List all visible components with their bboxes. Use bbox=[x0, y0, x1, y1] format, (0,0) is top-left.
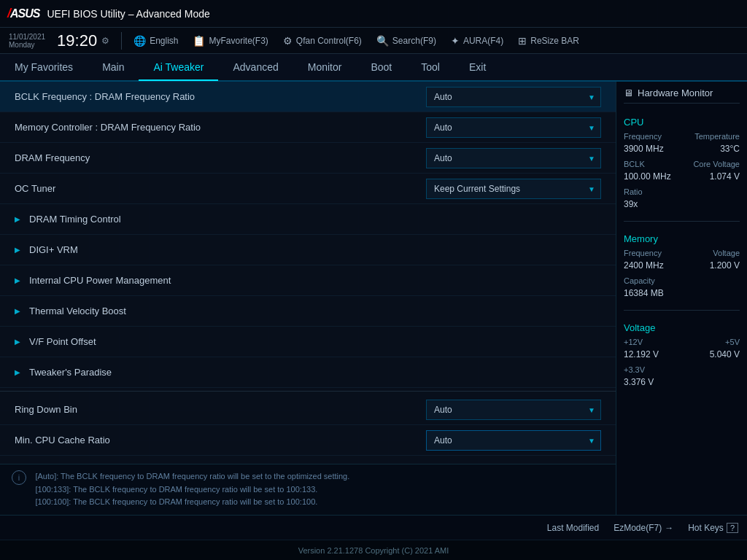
globe-icon: 🌐 bbox=[133, 35, 146, 47]
cpu-cache-select-wrapper: Auto 8 10 12 ▼ bbox=[426, 430, 601, 451]
cpu-cache-label: Min. CPU Cache Ratio bbox=[15, 435, 426, 446]
hw-monitor-title: 🖥 Hardware Monitor bbox=[624, 88, 740, 104]
resize-btn[interactable]: ⊞ ReSize BAR bbox=[518, 35, 579, 47]
setting-cpu-cache[interactable]: Min. CPU Cache Ratio Auto 8 10 12 ▼ bbox=[0, 425, 616, 456]
myfavorite-label: MyFavorite(F3) bbox=[209, 36, 268, 46]
nav-boot[interactable]: Boot bbox=[356, 55, 406, 81]
info-line-2: [100:133]: The BCLK frequency to DRAM fr… bbox=[35, 485, 317, 494]
mem-ctrl-label: Memory Controller : DRAM Frequency Ratio bbox=[15, 122, 426, 133]
resize-label: ReSize BAR bbox=[530, 36, 579, 46]
oc-tuner-value: Keep Current Settings OC Tuner I OC Tune… bbox=[426, 179, 601, 199]
hw-cpu-freq-value-row: 3900 MHz 33°C bbox=[624, 144, 740, 154]
hw-bclk-value: 100.00 MHz bbox=[624, 171, 671, 182]
nav-tool[interactable]: Tool bbox=[406, 55, 454, 81]
hot-keys-label: Hot Keys bbox=[688, 523, 724, 533]
hot-keys-btn[interactable]: Hot Keys ? bbox=[688, 523, 738, 533]
hw-divider-1 bbox=[624, 221, 740, 222]
expand-vf-offset[interactable]: ▶ V/F Point Offset bbox=[0, 327, 616, 357]
info-line-3: [100:100]: The BCLK frequency to DRAM fr… bbox=[35, 497, 317, 506]
expand-cpu-power[interactable]: ▶ Internal CPU Power Management bbox=[0, 265, 616, 296]
divider-1 bbox=[121, 32, 122, 50]
hw-bclk-label: BCLK bbox=[624, 160, 645, 168]
expand-digi-vrm-label: DIGI+ VRM bbox=[29, 244, 78, 255]
nav-monitor[interactable]: Monitor bbox=[293, 55, 357, 81]
expand-icon-6: ▶ bbox=[15, 368, 20, 376]
aura-btn[interactable]: ✦ AURA(F4) bbox=[451, 35, 503, 47]
setting-bclk-freq[interactable]: BCLK Frequency : DRAM Frequency Ratio Au… bbox=[0, 82, 616, 112]
myfavorite-btn[interactable]: 📋 MyFavorite(F3) bbox=[193, 35, 268, 47]
section-divider bbox=[0, 391, 616, 392]
hw-ratio-row: Ratio bbox=[624, 187, 740, 196]
ring-down-label: Ring Down Bin bbox=[15, 404, 426, 415]
aura-label: AURA(F4) bbox=[463, 36, 503, 46]
cpu-cache-select[interactable]: Auto 8 10 12 bbox=[426, 430, 601, 451]
nav-my-favorites[interactable]: My Favorites bbox=[0, 55, 88, 81]
language-label: English bbox=[150, 36, 178, 46]
aura-icon: ✦ bbox=[451, 35, 460, 47]
hw-voltage-label: Core Voltage bbox=[693, 160, 740, 168]
hw-ratio-label: Ratio bbox=[624, 187, 643, 196]
dram-freq-label: DRAM Frequency bbox=[15, 152, 426, 163]
nav-exit[interactable]: Exit bbox=[454, 55, 500, 81]
bclk-freq-label: BCLK Frequency : DRAM Frequency Ratio bbox=[15, 91, 426, 102]
info-text: [Auto]: The BCLK frequency to DRAM frequ… bbox=[35, 470, 602, 509]
hw-cpu-temp-value: 33°C bbox=[720, 144, 740, 154]
fan-icon: ⚙ bbox=[283, 35, 293, 47]
nav-ai-tweaker[interactable]: Ai Tweaker bbox=[139, 55, 218, 81]
nav-advanced[interactable]: Advanced bbox=[218, 55, 293, 81]
nav-main[interactable]: Main bbox=[88, 55, 139, 81]
expand-thermal-label: Thermal Velocity Boost bbox=[29, 306, 126, 316]
mem-ctrl-select[interactable]: Auto 1:1 1:2 bbox=[426, 117, 601, 138]
nav-bar: My Favorites Main Ai Tweaker Advanced Mo… bbox=[0, 54, 747, 82]
language-selector[interactable]: 🌐 English bbox=[133, 35, 178, 47]
expand-icon-5: ▶ bbox=[15, 338, 20, 346]
hw-bclk-value-row: 100.00 MHz 1.074 V bbox=[624, 171, 740, 182]
hw-v12-value: 12.192 V bbox=[624, 349, 659, 359]
hw-cpu-temp-label: Temperature bbox=[694, 132, 740, 141]
dram-freq-select[interactable]: Auto DDR4-2133 DDR4-2400 DDR4-2666 DDR4-… bbox=[426, 148, 601, 168]
header-bar: /ASUS UEFI BIOS Utility – Advanced Mode bbox=[0, 0, 747, 28]
oc-tuner-select[interactable]: Keep Current Settings OC Tuner I OC Tune… bbox=[426, 179, 601, 199]
ez-mode-label: EzMode(F7) bbox=[614, 523, 662, 533]
hw-capacity-value: 16384 MB bbox=[624, 288, 664, 298]
setting-ring-down[interactable]: Ring Down Bin Auto Enabled Disabled ▼ bbox=[0, 394, 616, 425]
hw-v33-value: 3.376 V bbox=[624, 377, 654, 387]
expand-vf-label: V/F Point Offset bbox=[29, 336, 96, 347]
expand-cpu-power-label: Internal CPU Power Management bbox=[29, 275, 171, 286]
hw-divider-2 bbox=[624, 310, 740, 311]
settings-icon[interactable]: ⚙ bbox=[101, 36, 109, 46]
setting-oc-tuner[interactable]: OC Tuner Keep Current Settings OC Tuner … bbox=[0, 174, 616, 204]
bclk-freq-select-wrapper: Auto 100:133 100:100 ▼ bbox=[426, 87, 601, 107]
logo-area: /ASUS bbox=[7, 6, 39, 21]
ring-down-select[interactable]: Auto Enabled Disabled bbox=[426, 400, 601, 420]
expand-tweaker[interactable]: ▶ Tweaker's Paradise bbox=[0, 357, 616, 388]
bottom-bar: Last Modified EzMode(F7) → Hot Keys ? bbox=[0, 515, 747, 540]
expand-dram-timing[interactable]: ▶ DRAM Timing Control bbox=[0, 204, 616, 235]
bclk-freq-select[interactable]: Auto 100:133 100:100 bbox=[426, 87, 601, 107]
settings-list: BCLK Frequency : DRAM Frequency Ratio Au… bbox=[0, 82, 616, 464]
ez-mode-btn[interactable]: EzMode(F7) → bbox=[614, 523, 673, 533]
search-label: Search(F9) bbox=[392, 36, 436, 46]
hw-cpu-bclk-row: BCLK Core Voltage bbox=[624, 160, 740, 168]
expand-thermal[interactable]: ▶ Thermal Velocity Boost bbox=[0, 296, 616, 327]
search-icon: 🔍 bbox=[376, 35, 389, 47]
hw-mem-freq-row: Frequency Voltage bbox=[624, 249, 740, 257]
hw-cpu-freq-value: 3900 MHz bbox=[624, 144, 664, 154]
hw-cpu-freq-label: Frequency bbox=[624, 132, 662, 141]
monitor-icon: 🖥 bbox=[624, 88, 633, 98]
expand-digi-vrm[interactable]: ▶ DIGI+ VRM bbox=[0, 235, 616, 265]
search-btn[interactable]: 🔍 Search(F9) bbox=[376, 35, 436, 47]
hw-voltage-section: Voltage bbox=[624, 322, 740, 333]
last-modified-btn[interactable]: Last Modified bbox=[547, 523, 599, 533]
time-display: 19:20 bbox=[57, 33, 97, 49]
hw-v33-label: +3.3V bbox=[624, 365, 645, 374]
version-bar: Version 2.21.1278 Copyright (C) 2021 AMI bbox=[0, 540, 747, 560]
qfan-btn[interactable]: ⚙ Qfan Control(F6) bbox=[283, 35, 362, 47]
hw-mem-freq-label: Frequency bbox=[624, 249, 662, 257]
setting-dram-freq[interactable]: DRAM Frequency Auto DDR4-2133 DDR4-2400 … bbox=[0, 143, 616, 174]
hw-v5-value: 5.040 V bbox=[710, 349, 740, 359]
hw-capacity-row: Capacity bbox=[624, 276, 740, 285]
version-text: Version 2.21.1278 Copyright (C) 2021 AMI bbox=[298, 546, 449, 555]
setting-mem-ctrl[interactable]: Memory Controller : DRAM Frequency Ratio… bbox=[0, 112, 616, 143]
date-text: 11/01/2021 bbox=[9, 33, 45, 41]
